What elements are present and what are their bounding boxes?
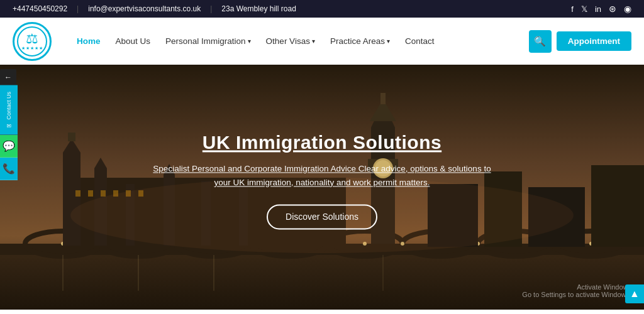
separator-2: | xyxy=(210,4,212,13)
hero-title: UK Immigration Solutions xyxy=(102,132,542,153)
arrow-left-icon: ← xyxy=(4,73,12,82)
nav-links: Home About Us Personal Immigration ▾ Oth… xyxy=(70,33,529,50)
dribbble-icon[interactable]: ⊛ xyxy=(609,4,616,14)
appointment-button[interactable]: Appointment xyxy=(557,31,631,51)
instagram-icon[interactable]: ◉ xyxy=(624,4,631,14)
svg-rect-2 xyxy=(0,253,644,310)
nav-practice-areas[interactable]: Practice Areas ▾ xyxy=(324,33,396,50)
nav-actions: 🔍 Appointment xyxy=(529,30,631,53)
activate-line2: Go to Settings to activate Windows. xyxy=(522,291,631,298)
activate-windows-watermark: Activate Windows Go to Settings to activ… xyxy=(522,283,631,298)
contact-us-label: Contact Us xyxy=(6,92,12,120)
side-contact-bar: ← ✉ Contact Us 💬 📞 xyxy=(0,69,18,180)
whatsapp-icon: 💬 xyxy=(3,140,15,152)
svg-rect-54 xyxy=(591,165,644,247)
email-info: info@expertvisaconsultants.co.uk xyxy=(88,4,201,13)
email-address: info@expertvisaconsultants.co.uk xyxy=(88,4,201,13)
chevron-practice-icon: ▾ xyxy=(387,38,390,45)
activate-line1: Activate Windows xyxy=(522,283,631,291)
svg-rect-37 xyxy=(68,133,75,141)
chevron-visas-icon: ▾ xyxy=(312,38,315,45)
address-text: 23a Wembley hill road xyxy=(221,4,296,13)
navbar: ⚖ ★★★★★ Home About Us Personal Immigrati… xyxy=(0,18,644,65)
hero-subtitle: Specialist Personal and Corporate Immigr… xyxy=(146,162,498,189)
side-toggle-button[interactable]: ← xyxy=(0,69,16,85)
whatsapp-button[interactable]: 💬 xyxy=(0,135,18,158)
logo-inner: ⚖ ★★★★★ xyxy=(17,26,47,57)
scroll-up-button[interactable]: ▲ xyxy=(625,284,644,303)
nav-other-visas[interactable]: Other Visas ▾ xyxy=(260,33,321,50)
top-bar-contact: +447450450292 | info@expertvisaconsultan… xyxy=(13,4,296,13)
linkedin-icon[interactable]: in xyxy=(595,4,601,14)
social-links: f 𝕏 in ⊛ ◉ xyxy=(571,4,631,14)
mail-icon: ✉ xyxy=(6,122,12,129)
phone-info: +447450450292 xyxy=(13,4,67,13)
chevron-personal-icon: ▾ xyxy=(248,38,251,45)
phone-icon: 📞 xyxy=(3,163,15,175)
address-info: 23a Wembley hill road xyxy=(221,4,296,13)
search-button[interactable]: 🔍 xyxy=(529,30,552,53)
twitter-icon[interactable]: 𝕏 xyxy=(581,4,587,14)
contact-us-side-button[interactable]: ✉ Contact Us xyxy=(0,85,18,135)
nav-home[interactable]: Home xyxy=(70,33,107,50)
logo-scale-icon: ⚖ xyxy=(26,32,38,46)
phone-number: +447450450292 xyxy=(13,4,67,13)
arrow-up-icon: ▲ xyxy=(630,288,640,300)
hero-content: UK Immigration Solutions Specialist Pers… xyxy=(102,132,542,229)
logo[interactable]: ⚖ ★★★★★ xyxy=(13,22,52,61)
logo-circle: ⚖ ★★★★★ xyxy=(13,22,52,61)
nav-about[interactable]: About Us xyxy=(109,33,157,50)
separator-1: | xyxy=(77,4,79,13)
hero-section: UK Immigration Solutions Specialist Pers… xyxy=(0,65,644,310)
svg-rect-33 xyxy=(380,93,386,104)
nav-personal-immigration[interactable]: Personal Immigration ▾ xyxy=(159,33,257,50)
discover-solutions-button[interactable]: Discover Solutions xyxy=(267,205,377,230)
svg-rect-35 xyxy=(63,153,80,246)
logo-stars: ★★★★★ xyxy=(21,46,43,51)
top-bar: +447450450292 | info@expertvisaconsultan… xyxy=(0,0,644,18)
svg-rect-46 xyxy=(88,190,93,197)
phone-button[interactable]: 📞 xyxy=(0,158,18,180)
svg-rect-45 xyxy=(75,190,80,197)
facebook-icon[interactable]: f xyxy=(571,4,574,14)
nav-contact[interactable]: Contact xyxy=(399,33,441,50)
search-icon: 🔍 xyxy=(534,36,546,47)
